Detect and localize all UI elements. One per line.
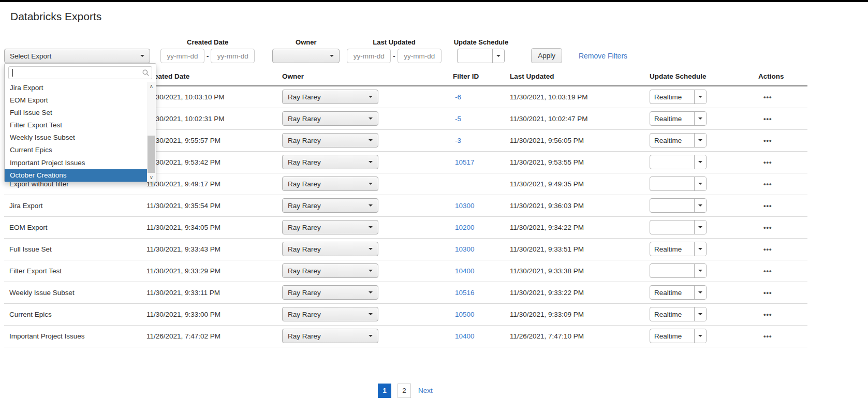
pagination: 12Next — [0, 384, 807, 398]
schedule-cell: Realtime — [644, 86, 753, 108]
row-actions-button[interactable]: ••• — [763, 224, 772, 231]
filter-id-link[interactable]: 10300 — [455, 245, 475, 253]
last-updated-to-input[interactable] — [398, 49, 442, 63]
row-schedule-value: Realtime — [650, 112, 694, 125]
row-owner-select[interactable]: Ray Rarey — [282, 111, 378, 126]
schedule-cell: Realtime — [644, 282, 753, 303]
export-created-date: 11/30/2021, 9:35:54 PM — [141, 195, 277, 216]
filter-id-link[interactable]: 10400 — [455, 332, 475, 340]
owner-select[interactable] — [272, 49, 340, 63]
row-owner-select[interactable]: Ray Rarey — [282, 263, 378, 278]
row-actions-button[interactable]: ••• — [763, 267, 772, 275]
row-schedule-select[interactable] — [650, 220, 707, 234]
select-export-option[interactable]: Current Epics — [5, 144, 147, 156]
row-actions-button[interactable]: ••• — [763, 115, 772, 123]
row-owner-select[interactable]: Ray Rarey — [282, 90, 378, 104]
chevron-down-icon — [369, 96, 373, 98]
row-owner-select[interactable]: Ray Rarey — [282, 133, 378, 148]
next-page-link[interactable]: Next — [418, 387, 433, 394]
row-schedule-select[interactable]: Realtime — [650, 307, 707, 321]
created-date-filter: Created Date - — [160, 38, 255, 63]
actions-cell: ••• — [753, 108, 807, 129]
page-button-1[interactable]: 1 — [378, 384, 391, 398]
row-owner-select[interactable]: Ray Rarey — [282, 329, 378, 343]
row-owner-select[interactable]: Ray Rarey — [282, 242, 378, 256]
row-actions-button[interactable]: ••• — [763, 289, 772, 297]
row-owner-select[interactable]: Ray Rarey — [282, 285, 378, 300]
row-actions-button[interactable]: ••• — [763, 311, 772, 318]
row-schedule-value: Realtime — [650, 242, 694, 256]
page-button-2[interactable]: 2 — [398, 384, 411, 398]
row-schedule-select[interactable] — [650, 263, 707, 278]
row-schedule-select[interactable] — [650, 155, 707, 169]
filter-id-link[interactable]: 10200 — [455, 224, 475, 231]
text-cursor — [12, 69, 13, 77]
created-date-from-input[interactable] — [160, 49, 204, 63]
row-owner-select[interactable]: Ray Rarey — [282, 198, 378, 213]
select-export-option[interactable]: Important Project Issues — [5, 157, 147, 169]
row-schedule-select[interactable]: Realtime — [650, 90, 707, 104]
owner-cell: Ray Rarey — [277, 151, 448, 173]
dropdown-scrollbar: ∧ ∨ — [147, 82, 156, 182]
row-actions-button[interactable]: ••• — [763, 137, 772, 144]
filter-id-link[interactable]: 10517 — [455, 158, 475, 166]
table-row: Weekly Issue Subset11/30/2021, 9:33:11 P… — [4, 282, 807, 303]
row-owner-select[interactable]: Ray Rarey — [282, 176, 378, 191]
row-actions-button[interactable]: ••• — [763, 93, 772, 101]
dropdown-search-input[interactable] — [8, 66, 152, 79]
filter-id-link[interactable]: -6 — [455, 93, 461, 101]
actions-cell: ••• — [753, 129, 807, 151]
filter-id-link[interactable]: 10516 — [455, 289, 475, 297]
filter-id-link[interactable]: -5 — [455, 115, 461, 123]
row-owner-select[interactable]: Ray Rarey — [282, 307, 378, 321]
row-owner-select[interactable]: Ray Rarey — [282, 220, 378, 234]
row-schedule-select[interactable]: Realtime — [650, 285, 707, 300]
filter-bar: Select Export Jira ExportEOM ExportFull … — [4, 38, 868, 63]
apply-button[interactable]: Apply — [531, 48, 562, 63]
filter-id-link[interactable]: -3 — [455, 137, 461, 144]
select-export-option[interactable]: Filter Export Test — [5, 119, 147, 131]
select-export-dropdown[interactable]: Select Export — [4, 49, 150, 63]
scroll-up-icon[interactable]: ∧ — [147, 82, 156, 91]
row-actions-button[interactable]: ••• — [763, 202, 772, 210]
row-owner-select[interactable]: Ray Rarey — [282, 155, 378, 169]
select-export-option[interactable]: October Creations — [5, 169, 147, 182]
last-updated-from-input[interactable] — [347, 49, 391, 63]
update-schedule-label: Update Schedule — [454, 38, 508, 46]
row-schedule-select[interactable] — [650, 198, 707, 213]
actions-cell: ••• — [753, 173, 807, 195]
filter-id-link[interactable]: 10500 — [455, 311, 475, 318]
row-schedule-select[interactable]: Realtime — [650, 133, 707, 148]
row-schedule-value — [650, 177, 694, 190]
row-schedule-value: Realtime — [650, 286, 694, 299]
schedule-cell: Realtime — [644, 325, 753, 347]
remove-filters-link[interactable]: Remove Filters — [579, 52, 627, 60]
select-export-option[interactable]: EOM Export — [5, 94, 147, 107]
row-schedule-select[interactable] — [650, 176, 707, 191]
actions-cell: ••• — [753, 195, 807, 216]
select-export-option[interactable]: Jira Export — [5, 82, 147, 94]
row-schedule-select[interactable]: Realtime — [650, 242, 707, 256]
row-actions-button[interactable]: ••• — [763, 180, 772, 188]
chevron-down-icon — [694, 177, 706, 190]
row-actions-button[interactable]: ••• — [763, 158, 772, 166]
select-export-option[interactable]: Weekly Issue Subset — [5, 131, 147, 144]
filter-id-link[interactable]: 10300 — [455, 202, 475, 210]
scroll-down-icon[interactable]: ∨ — [147, 173, 156, 182]
created-date-to-input[interactable] — [211, 49, 255, 63]
select-export-option[interactable]: Full Issue Set — [5, 107, 147, 119]
export-name: EOM Export — [4, 216, 141, 238]
scrollbar-thumb[interactable] — [148, 136, 155, 173]
table-row: Important Project Issues11/26/2021, 7:47… — [4, 325, 807, 347]
row-schedule-select[interactable]: Realtime — [650, 329, 707, 343]
export-created-date: 11/30/2021, 9:33:43 PM — [141, 238, 277, 260]
schedule-cell: Realtime — [644, 108, 753, 129]
row-schedule-value: Realtime — [650, 329, 694, 343]
row-actions-button[interactable]: ••• — [763, 332, 772, 340]
row-schedule-select[interactable]: Realtime — [650, 111, 707, 126]
filter-id-link[interactable]: 10400 — [455, 267, 475, 275]
filter-id-cell: -5 — [448, 108, 505, 129]
update-schedule-select[interactable] — [457, 49, 505, 63]
row-actions-button[interactable]: ••• — [763, 245, 772, 253]
page-title: Databricks Exports — [10, 10, 868, 23]
